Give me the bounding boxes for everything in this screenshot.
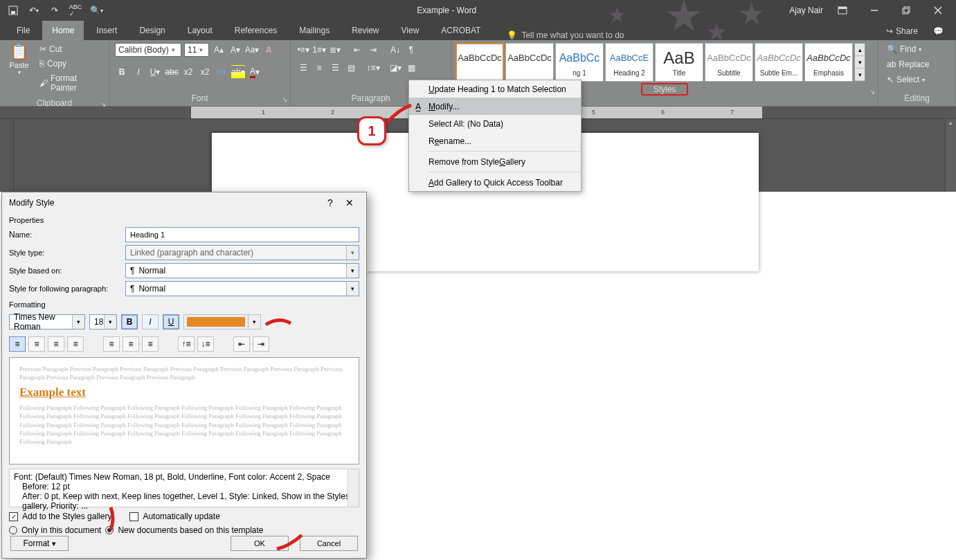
- dlg-space-before-inc[interactable]: ↑≡: [178, 336, 195, 352]
- ctx-update-to-match[interactable]: Update Heading 1 to Match Selection: [409, 80, 581, 98]
- dlg-space-before-dec[interactable]: ↓≡: [197, 336, 214, 352]
- strikethrough-icon[interactable]: abc: [165, 65, 179, 79]
- cancel-button[interactable]: Cancel: [300, 536, 358, 551]
- vertical-ruler[interactable]: [0, 119, 14, 192]
- ctx-remove-gallery[interactable]: Remove from Style Gallery: [409, 153, 581, 170]
- format-dropdown-button[interactable]: Format ▾: [10, 536, 69, 551]
- save-icon[interactable]: [6, 3, 21, 18]
- ctx-modify[interactable]: A̲Modify...: [409, 98, 581, 115]
- italic-icon[interactable]: I: [132, 65, 145, 79]
- desc-scrollbar[interactable]: [348, 469, 359, 507]
- style-tile-normal[interactable]: AaBbCcDc: [456, 43, 504, 82]
- paste-icon[interactable]: 📋: [10, 43, 28, 61]
- paste-label[interactable]: Paste: [9, 61, 28, 69]
- tab-insert[interactable]: Insert: [87, 21, 127, 40]
- sort-icon[interactable]: A↓: [388, 43, 402, 57]
- tell-me-search[interactable]: 💡Tell me what you want to do: [507, 30, 624, 40]
- ribbon-display-icon[interactable]: [830, 1, 855, 20]
- font-launcher-icon[interactable]: ↘: [282, 96, 287, 103]
- style-tile-heading1[interactable]: AaBbCcng 1: [555, 43, 604, 82]
- dlg-align-left[interactable]: ≡: [9, 336, 26, 352]
- decrease-indent-icon[interactable]: ⇤: [350, 43, 364, 57]
- tab-layout[interactable]: Layout: [178, 21, 222, 40]
- style-tile-emphasis[interactable]: AaBbCcDcEmphasis: [804, 43, 853, 82]
- align-center-icon[interactable]: ≡: [312, 61, 326, 75]
- numbering-icon[interactable]: 1≡▾: [312, 43, 326, 57]
- superscript-icon[interactable]: x2: [198, 65, 212, 79]
- font-color-icon[interactable]: A▾: [248, 65, 262, 79]
- vertical-scrollbar[interactable]: ▴: [945, 119, 956, 192]
- ctx-rename[interactable]: Reename...: [409, 132, 581, 150]
- help-icon[interactable]: ?: [321, 197, 340, 208]
- chevron-down-icon[interactable]: ▾: [855, 56, 865, 69]
- align-left-icon[interactable]: ☰: [296, 61, 310, 75]
- line-spacing-icon[interactable]: ↕≡▾: [366, 61, 380, 75]
- tab-references[interactable]: References: [225, 21, 287, 40]
- share-button[interactable]: ↪Share: [881, 22, 923, 40]
- clear-format-icon[interactable]: A̷: [262, 43, 276, 57]
- only-this-doc-radio[interactable]: [9, 526, 17, 534]
- dlg-spacing-1[interactable]: ≡: [103, 336, 120, 352]
- find-button[interactable]: 🔍Find▾: [884, 43, 932, 55]
- based-on-dropdown[interactable]: ¶Normal▾: [125, 263, 359, 278]
- chevron-up-icon[interactable]: ▴: [855, 44, 865, 56]
- bold-icon[interactable]: B: [115, 65, 129, 79]
- text-effects-icon[interactable]: A▾: [215, 65, 228, 79]
- tab-view[interactable]: View: [392, 21, 429, 40]
- dlg-align-justify[interactable]: ≡: [67, 336, 84, 352]
- subscript-icon[interactable]: x2: [181, 65, 195, 79]
- copy-button[interactable]: ⎘Copy: [37, 57, 103, 70]
- dlg-align-center[interactable]: ≡: [28, 336, 45, 352]
- style-tile-subtitle[interactable]: AaBbCcDcSubtitle: [705, 43, 753, 82]
- tab-design[interactable]: Design: [129, 21, 174, 40]
- style-tile-nospacing[interactable]: AaBbCcDc: [505, 43, 554, 82]
- style-tile-heading2[interactable]: AaBbCcEHeading 2: [605, 43, 653, 82]
- ctx-select-all[interactable]: Select All: (No Data): [409, 115, 581, 132]
- shading-icon[interactable]: ◪▾: [388, 61, 402, 75]
- styles-scrollbar[interactable]: ▴▾▾: [854, 43, 865, 82]
- increase-indent-icon[interactable]: ⇥: [366, 43, 380, 57]
- dlg-indent-dec[interactable]: ⇤: [233, 336, 250, 352]
- qat-more-icon[interactable]: 🔍▾: [89, 3, 104, 18]
- grow-font-icon[interactable]: A▴: [212, 43, 226, 57]
- align-right-icon[interactable]: ☰: [328, 61, 342, 75]
- more-styles-icon[interactable]: ▾: [855, 69, 865, 81]
- font-name-combo[interactable]: Calibri (Body)▾: [115, 43, 181, 57]
- dialog-underline-button[interactable]: U: [163, 314, 179, 329]
- font-size-combo[interactable]: 11▾: [184, 43, 209, 57]
- format-painter-button[interactable]: 🖌Format Painter: [37, 72, 103, 94]
- comments-icon[interactable]: 💬: [928, 22, 949, 40]
- tab-mailings[interactable]: Mailings: [289, 21, 339, 40]
- style-name-input[interactable]: [125, 227, 359, 242]
- tab-acrobat[interactable]: ACROBAT: [431, 21, 490, 40]
- close-icon[interactable]: [926, 1, 950, 20]
- add-to-gallery-checkbox[interactable]: ✓: [9, 512, 18, 521]
- dialog-size-combo[interactable]: 18▾: [89, 314, 117, 329]
- tab-home[interactable]: Home: [42, 21, 84, 40]
- dialog-bold-button[interactable]: B: [121, 314, 138, 329]
- select-button[interactable]: ↖Select▾: [884, 73, 932, 86]
- maximize-icon[interactable]: [894, 1, 919, 20]
- justify-icon[interactable]: ▤: [344, 61, 358, 75]
- minimize-icon[interactable]: [862, 1, 887, 20]
- change-case-icon[interactable]: Aa▾: [245, 43, 259, 57]
- close-icon[interactable]: ✕: [340, 197, 359, 208]
- dlg-align-right[interactable]: ≡: [48, 336, 64, 352]
- style-tile-subtleem[interactable]: AaBbCcDcSubtle Em...: [755, 43, 803, 82]
- tab-file[interactable]: File: [7, 21, 39, 40]
- underline-icon[interactable]: U▾: [148, 65, 162, 79]
- tab-review[interactable]: Review: [342, 21, 388, 40]
- dialog-font-combo[interactable]: Times New Roman▾: [9, 314, 85, 329]
- borders-icon[interactable]: ▦: [404, 61, 418, 75]
- auto-update-checkbox[interactable]: [129, 512, 138, 521]
- style-tile-title[interactable]: AaBTitle: [655, 43, 703, 82]
- redo-icon[interactable]: ↷: [47, 3, 62, 18]
- highlight-icon[interactable]: ab▾: [231, 65, 245, 79]
- ctx-add-qat[interactable]: Add Gallery to Quick Access Toolbar: [409, 174, 581, 191]
- bullets-icon[interactable]: •≡▾: [296, 43, 310, 57]
- dlg-spacing-2[interactable]: ≡: [142, 336, 159, 352]
- show-hide-icon[interactable]: ¶: [404, 43, 418, 57]
- dialog-italic-button[interactable]: I: [142, 314, 159, 329]
- styles-launcher-icon[interactable]: ↘: [869, 88, 875, 96]
- replace-button[interactable]: abReplace: [884, 58, 932, 71]
